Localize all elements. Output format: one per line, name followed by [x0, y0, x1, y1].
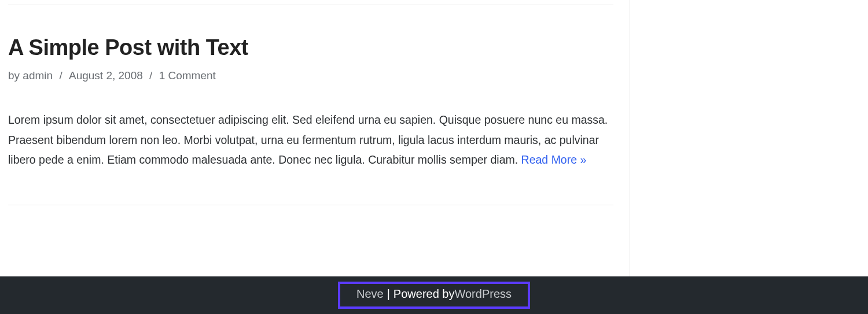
- excerpt-text: Lorem ipsum dolor sit amet, consectetuer…: [8, 113, 608, 166]
- footer-credits: Neve | Powered by WordPress: [338, 282, 530, 309]
- sidebar-divider: [630, 0, 630, 276]
- meta-separator: /: [146, 69, 156, 82]
- post-meta: by admin / August 2, 2008 / 1 Comment: [8, 69, 613, 82]
- footer-platform-link[interactable]: WordPress: [454, 287, 512, 301]
- footer-powered-label: Powered by: [393, 287, 455, 301]
- main-content: A Simple Post with Text by admin / Augus…: [0, 0, 613, 276]
- footer-theme-link[interactable]: Neve: [356, 287, 384, 301]
- post-divider: [8, 5, 613, 5]
- post-title: A Simple Post with Text: [8, 35, 613, 60]
- post-date: August 2, 2008: [69, 69, 143, 82]
- by-label: by: [8, 69, 23, 82]
- post-title-link[interactable]: A Simple Post with Text: [8, 35, 248, 60]
- post-comments-link[interactable]: 1 Comment: [159, 69, 216, 82]
- site-footer: Neve | Powered by WordPress: [0, 276, 868, 314]
- footer-pipe: |: [387, 287, 390, 301]
- post-divider: [8, 205, 613, 205]
- post-author-link[interactable]: admin: [23, 69, 53, 82]
- meta-separator: /: [56, 69, 65, 82]
- read-more-link[interactable]: Read More »: [521, 153, 587, 166]
- post-excerpt: Lorem ipsum dolor sit amet, consectetuer…: [8, 110, 613, 170]
